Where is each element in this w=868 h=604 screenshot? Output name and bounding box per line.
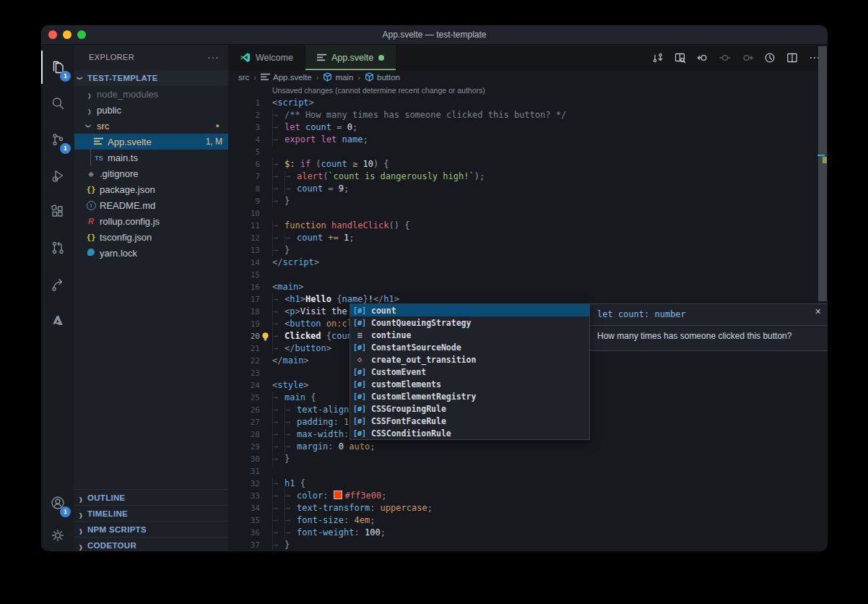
- suggestion-cssgroupingrule[interactable]: [ø]CSSGroupingRule: [350, 402, 589, 415]
- file-tree-item--gitignore[interactable]: ◆.gitignore: [74, 165, 228, 181]
- code-line-29[interactable]: 29→→margin: 0 auto;: [228, 441, 828, 453]
- code-line-8[interactable]: 8→→count = 9;: [228, 183, 828, 195]
- activity-accounts-button[interactable]: 1: [41, 486, 74, 519]
- activity-run-debug-button[interactable]: [41, 159, 74, 192]
- chevron-right-icon: ›: [77, 521, 85, 538]
- activity-extensions-button[interactable]: [41, 195, 74, 228]
- activity-settings-button[interactable]: [41, 519, 74, 551]
- breadcrumb-item-app-svelte[interactable]: App.svelte: [261, 73, 312, 82]
- file-tree-item-rollup-config-js[interactable]: Rrollup.config.js: [74, 213, 228, 229]
- timeline-icon[interactable]: [764, 52, 776, 64]
- code-line-32[interactable]: 32→h1 {: [228, 478, 828, 490]
- code-token: ;: [381, 527, 386, 538]
- code-line-10[interactable]: 10: [228, 207, 828, 220]
- code-line-4[interactable]: 4→export let name;: [228, 134, 828, 146]
- file-tree-item-app-svelte[interactable]: App.svelte1, M: [74, 134, 228, 150]
- suggestion-customelements[interactable]: [ø]customElements: [350, 378, 589, 390]
- git-file-icon: ◆: [86, 169, 96, 178]
- suggestion-count[interactable]: [ø]count: [350, 304, 589, 316]
- code-line-5[interactable]: 5: [228, 146, 828, 158]
- line-number: 20: [228, 330, 260, 342]
- suggestion-customelementregistry[interactable]: [ø]CustomElementRegistry: [350, 390, 589, 402]
- activity-azure-button[interactable]: [41, 303, 74, 337]
- suggestion-label: CustomEvent: [371, 367, 426, 377]
- file-tree-item-readme-md[interactable]: iREADME.md: [74, 197, 228, 213]
- code-token: →: [285, 527, 297, 539]
- code-token: ;: [349, 233, 354, 243]
- sidebar-section-outline[interactable]: ›OUTLINE: [74, 489, 228, 506]
- code-line-12[interactable]: 12→→count += 1;: [228, 232, 828, 244]
- suggest-details-panel: let count: number How many times has som…: [588, 303, 828, 351]
- code-token: 10: [363, 159, 373, 169]
- sidebar-section-codetour[interactable]: ›CODETOUR: [74, 537, 228, 551]
- activity-codetour-button[interactable]: [41, 267, 74, 301]
- code-line-1[interactable]: 1<script>: [228, 97, 828, 109]
- file-name: .gitignore: [100, 168, 138, 179]
- code-line-34[interactable]: 34→→text-transform: uppercase;: [228, 502, 828, 514]
- code-line-33[interactable]: 33→→color: #ff3e00;: [228, 490, 828, 502]
- symbol-doc: How many times has someone clicked this …: [590, 326, 828, 341]
- code-line-9[interactable]: 9→}: [228, 195, 828, 207]
- back-icon[interactable]: [697, 52, 708, 64]
- cube-icon: [323, 72, 332, 82]
- code-line-7[interactable]: 7→→alert(`count is dangerously high!`);: [228, 171, 828, 183]
- previous-change-icon[interactable]: [719, 52, 731, 64]
- file-tree-item-public[interactable]: ›public: [74, 102, 228, 118]
- code-line-16[interactable]: 16<main>: [228, 281, 828, 293]
- breadcrumb-item-src[interactable]: src: [238, 73, 249, 82]
- file-tree-item-node-modules[interactable]: ›node_modules: [74, 86, 228, 102]
- code-line-14[interactable]: 14</script>: [228, 256, 828, 269]
- code-line-6[interactable]: 6→$: if (count ≥ 10) {: [228, 158, 828, 171]
- breadcrumb-item-button[interactable]: button: [365, 72, 400, 82]
- suggestion-countqueuingstrategy[interactable]: [ø]CountQueuingStrategy: [350, 316, 589, 329]
- more-actions-icon[interactable]: ···: [207, 51, 220, 63]
- sidebar-section-npm-scripts[interactable]: ›NPM SCRIPTS: [74, 521, 228, 538]
- code-line-37[interactable]: 37→}: [228, 539, 828, 551]
- code-line-30[interactable]: 30→}: [228, 453, 828, 465]
- open-preview-icon[interactable]: [674, 52, 686, 64]
- file-tree-item-package-json[interactable]: {}package.json: [74, 181, 228, 197]
- file-tree-item-main-ts[interactable]: TSmain.ts: [74, 150, 228, 165]
- code-token: count: [305, 122, 331, 132]
- activity-github-pull-requests-button[interactable]: [41, 231, 74, 264]
- activity-search-button[interactable]: [41, 87, 74, 120]
- code-line-36[interactable]: 36→→font-weight: 100;: [228, 527, 828, 539]
- scrollbar-handle[interactable]: [818, 46, 827, 301]
- suggestion-customevent[interactable]: [ø]CustomEvent: [350, 366, 589, 378]
- code-text: →→text-transform: uppercase;: [272, 502, 433, 514]
- code-line-2[interactable]: 2→/** How many times has someone clicked…: [228, 109, 828, 121]
- breadcrumb-item-main[interactable]: main: [323, 72, 353, 82]
- modified-dot[interactable]: [378, 55, 384, 61]
- code-line-13[interactable]: 13→}: [228, 244, 828, 256]
- suggestion-continue[interactable]: ≡continue: [350, 329, 589, 341]
- code-token: →: [272, 330, 285, 342]
- lightbulb-icon[interactable]: [261, 332, 270, 342]
- code-line-11[interactable]: 11→function handleClick() {: [228, 220, 828, 232]
- suggestion-cssfontfacerule[interactable]: [ø]CSSFontFaceRule: [350, 415, 589, 427]
- open-changes-icon[interactable]: [652, 52, 664, 64]
- activity-explorer-button[interactable]: 1: [41, 51, 74, 84]
- sidebar-section-timeline[interactable]: ›TIMELINE: [74, 505, 228, 522]
- suggestion-constantsourcenode[interactable]: [ø]ConstantSourceNode: [350, 341, 589, 353]
- suggestion-create_out_transition[interactable]: ◇create_out_transition: [350, 353, 589, 366]
- code-line-35[interactable]: 35→→font-size: 4em;: [228, 514, 828, 527]
- line-number: 8: [228, 183, 260, 195]
- tab-welcome[interactable]: Welcome: [228, 45, 305, 70]
- file-tree-item-yarn-lock[interactable]: yarn.lock: [74, 245, 228, 261]
- suggestion-cssconditionrule[interactable]: [ø]CSSConditionRule: [350, 427, 589, 439]
- code-line-31[interactable]: 31: [228, 465, 828, 478]
- tab-app-svelte[interactable]: App.svelte: [305, 45, 396, 70]
- code-line-15[interactable]: 15: [228, 269, 828, 281]
- project-root-row[interactable]: › TEST-TEMPLATE: [74, 70, 228, 86]
- file-tree-item-tsconfig-json[interactable]: {}tsconfig.json: [74, 229, 228, 245]
- code-token: →: [272, 539, 285, 551]
- code-text: </script>: [272, 256, 319, 269]
- file-tree-item-src[interactable]: ›src●: [74, 118, 228, 134]
- next-change-icon[interactable]: [742, 52, 753, 64]
- yarn-file-icon: [86, 249, 96, 257]
- split-editor-icon[interactable]: [786, 52, 798, 64]
- codelens-annotation[interactable]: Unsaved changes (cannot determine recent…: [272, 84, 828, 97]
- activity-source-control-button[interactable]: 1: [41, 123, 74, 156]
- code-line-3[interactable]: 3→let count = 0;: [228, 121, 828, 134]
- code-token: }: [285, 540, 290, 550]
